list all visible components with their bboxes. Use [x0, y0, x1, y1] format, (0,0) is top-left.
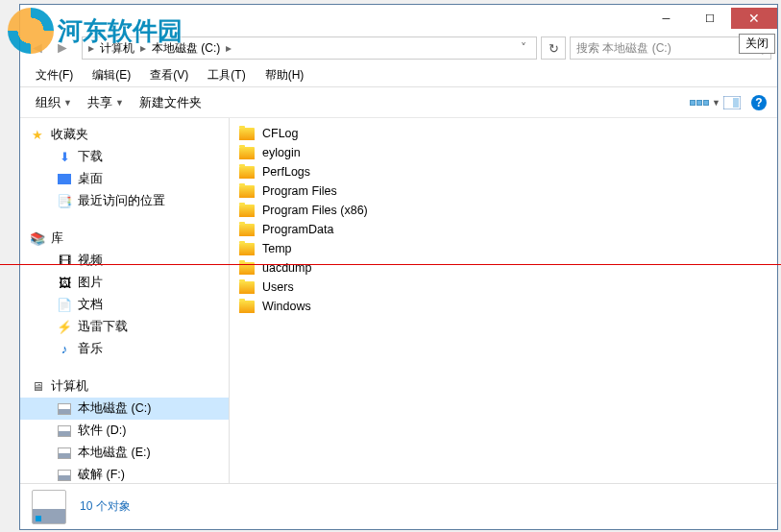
file-row[interactable]: CFLog — [230, 124, 777, 143]
new-folder-button[interactable]: 新建文件夹 — [132, 90, 209, 115]
file-row[interactable]: Users — [230, 278, 777, 297]
document-icon: 📄 — [57, 298, 72, 313]
chevron-right-icon: ▸ — [86, 41, 96, 55]
folder-icon — [239, 128, 255, 140]
sidebar-item-drive-e[interactable]: 本地磁盘 (E:) — [20, 442, 229, 464]
sidebar-item-recent[interactable]: 📑 最近访问的位置 — [20, 190, 229, 212]
thunder-icon: ⚡ — [57, 320, 72, 335]
library-icon: 📚 — [30, 231, 45, 247]
recent-icon: 📑 — [57, 194, 72, 209]
menu-tools[interactable]: 工具(T) — [198, 65, 255, 85]
folder-icon — [239, 205, 255, 217]
navigation-pane: ★ 收藏夹 ⬇ 下载 桌面 📑 最近访问的位置 📚 — [20, 118, 230, 483]
sidebar-computer-header[interactable]: 🖥 计算机 — [20, 375, 229, 398]
sidebar-item-thunder[interactable]: ⚡ 迅雷下载 — [20, 316, 229, 338]
breadcrumb-dropdown-icon[interactable]: ˅ — [515, 41, 532, 55]
sidebar-favorites-header[interactable]: ★ 收藏夹 — [20, 124, 229, 146]
file-row[interactable]: Program Files (x86) — [230, 201, 777, 220]
breadcrumb[interactable]: ▸ 计算机 ▸ 本地磁盘 (C:) ▸ ˅ — [82, 36, 537, 60]
sidebar-item-desktop[interactable]: 桌面 — [20, 168, 229, 190]
svg-text:?: ? — [755, 96, 762, 109]
desktop-icon — [57, 172, 72, 187]
back-button[interactable]: ◄ — [26, 36, 49, 60]
file-row[interactable]: uacdump — [230, 258, 777, 278]
sidebar-item-videos[interactable]: 🎞 视频 — [20, 250, 229, 272]
folder-icon — [239, 147, 255, 159]
folder-icon — [239, 262, 255, 275]
menu-file[interactable]: 文件(F) — [26, 65, 83, 85]
refresh-button[interactable]: ↻ — [541, 36, 566, 60]
sidebar-item-documents[interactable]: 📄 文档 — [20, 294, 229, 316]
breadcrumb-item[interactable]: 计算机 — [96, 40, 138, 57]
chevron-right-icon: ▸ — [224, 41, 233, 55]
svg-rect-1 — [733, 98, 739, 108]
sidebar-libraries-header[interactable]: 📚 库 — [20, 228, 229, 250]
close-button[interactable]: ✕ — [731, 8, 777, 29]
titlebar: ─ ☐ ✕ — [20, 5, 777, 32]
sidebar-item-drive-d[interactable]: 软件 (D:) — [20, 420, 229, 442]
file-row[interactable]: PerfLogs — [230, 162, 777, 181]
download-icon: ⬇ — [57, 150, 72, 165]
chevron-down-icon: ▼ — [63, 98, 72, 108]
preview-pane-button[interactable] — [721, 92, 743, 113]
menu-view[interactable]: 查看(V) — [140, 65, 198, 85]
minimize-button[interactable]: ─ — [645, 8, 688, 29]
search-placeholder: 搜索 本地磁盘 (C:) — [576, 40, 671, 57]
view-options-button[interactable]: ▼ — [695, 92, 716, 113]
chevron-down-icon: ▼ — [712, 98, 720, 108]
folder-icon — [239, 281, 255, 294]
drive-icon — [57, 468, 72, 483]
sidebar-item-music[interactable]: ♪ 音乐 — [20, 338, 229, 360]
file-row[interactable]: Program Files — [230, 181, 777, 201]
share-button[interactable]: 共享 ▼ — [80, 90, 132, 115]
video-icon: 🎞 — [57, 254, 72, 269]
drive-icon — [57, 423, 72, 439]
help-button[interactable]: ? — [748, 92, 769, 113]
drive-icon — [57, 446, 72, 461]
maximize-button[interactable]: ☐ — [688, 8, 731, 29]
computer-icon: 🖥 — [30, 379, 45, 395]
folder-icon — [239, 243, 255, 255]
music-icon: ♪ — [57, 342, 72, 357]
forward-button[interactable]: ► — [51, 36, 74, 60]
star-icon: ★ — [30, 128, 45, 143]
folder-icon — [239, 224, 255, 236]
file-row[interactable]: eylogin — [230, 143, 777, 162]
menu-help[interactable]: 帮助(H) — [256, 65, 314, 85]
sidebar-item-pictures[interactable]: 🖼 图片 — [20, 272, 229, 294]
sidebar-item-downloads[interactable]: ⬇ 下载 — [20, 146, 229, 168]
picture-icon: 🖼 — [57, 276, 72, 291]
folder-icon — [239, 166, 255, 179]
drive-large-icon — [32, 490, 66, 524]
close-tooltip: 关闭 — [739, 34, 775, 54]
chevron-down-icon: ▼ — [115, 98, 124, 108]
file-row[interactable]: Temp — [230, 239, 777, 258]
file-list[interactable]: CFLog eylogin PerfLogs Program Files Pro… — [230, 118, 777, 483]
file-row[interactable]: ProgramData — [230, 220, 777, 239]
organize-button[interactable]: 组织 ▼ — [28, 90, 80, 115]
drive-icon — [57, 401, 72, 417]
folder-icon — [239, 301, 255, 313]
menu-edit[interactable]: 编辑(E) — [83, 65, 140, 85]
chevron-right-icon: ▸ — [138, 41, 148, 55]
address-bar: ◄ ► ▸ 计算机 ▸ 本地磁盘 (C:) ▸ ˅ ↻ 搜索 本地磁盘 (C:)… — [20, 32, 777, 64]
folder-icon — [239, 185, 255, 198]
sidebar-item-drive-c[interactable]: 本地磁盘 (C:) — [20, 398, 229, 420]
toolbar: 组织 ▼ 共享 ▼ 新建文件夹 ▼ ? — [20, 87, 777, 118]
menu-bar: 文件(F) 编辑(E) 查看(V) 工具(T) 帮助(H) — [20, 64, 777, 87]
explorer-window: ─ ☐ ✕ 关闭 ◄ ► ▸ 计算机 ▸ 本地磁盘 (C:) ▸ ˅ ↻ 搜索 … — [19, 4, 778, 530]
file-row[interactable]: Windows — [230, 297, 777, 316]
sidebar-item-drive-f[interactable]: 破解 (F:) — [20, 464, 229, 483]
status-bar: 10 个对象 — [20, 483, 777, 529]
status-count: 10 个对象 — [80, 498, 131, 515]
content-area: ★ 收藏夹 ⬇ 下载 桌面 📑 最近访问的位置 📚 — [20, 118, 777, 483]
breadcrumb-item[interactable]: 本地磁盘 (C:) — [148, 40, 224, 57]
